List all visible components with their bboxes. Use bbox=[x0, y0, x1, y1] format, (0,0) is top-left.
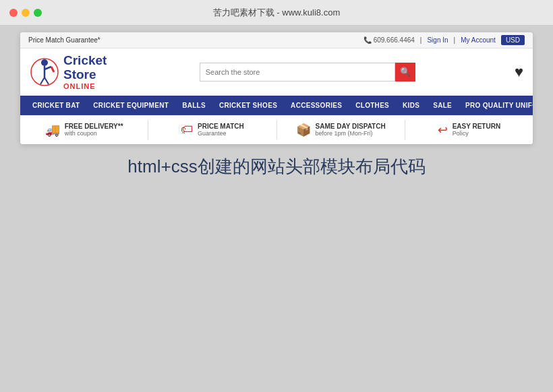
nav-balls[interactable]: BALLS bbox=[175, 96, 212, 115]
svg-line-5 bbox=[45, 77, 49, 84]
return-sub: Policy bbox=[453, 130, 501, 137]
price-match-text: PRICE MATCH Guarantee bbox=[198, 123, 244, 137]
return-text: EASY RETURN Policy bbox=[453, 123, 501, 137]
search-area: 🔍 bbox=[200, 63, 415, 81]
window-title: 苦力吧素材下载 - www.kuli8.com bbox=[213, 7, 341, 19]
main-navbar: CRICKET BAT CRICKET EQUIPMENT BALLS CRIC… bbox=[20, 96, 533, 115]
feature-dispatch: 📦 SAME DAY DISPATCH before 1pm (Mon-Fri) bbox=[277, 120, 405, 140]
dispatch-text: SAME DAY DISPATCH before 1pm (Mon-Fri) bbox=[316, 123, 386, 137]
currency-button[interactable]: USD bbox=[501, 35, 525, 45]
top-bar-right: 📞 609.666.4464 | Sign In | My Account US… bbox=[363, 35, 525, 45]
nav-cricket-bat[interactable]: CRICKET BAT bbox=[26, 96, 86, 115]
return-icon: ↩ bbox=[438, 123, 448, 137]
feature-price-match: 🏷 PRICE MATCH Guarantee bbox=[148, 120, 276, 139]
feature-return: ↩ EASY RETURN Policy bbox=[405, 120, 533, 140]
logo-line2: Store bbox=[63, 68, 107, 82]
maximize-dot[interactable] bbox=[34, 9, 42, 17]
return-title: EASY RETURN bbox=[453, 123, 501, 130]
delivery-title: FREE DELIVERY** bbox=[65, 123, 123, 130]
minimize-dot[interactable] bbox=[22, 9, 30, 17]
logo-text: Cricket Store ONLINE bbox=[63, 54, 107, 90]
top-info-bar: Price Match Guarantee* 📞 609.666.4464 | … bbox=[20, 32, 533, 48]
nav-cricket-equipment[interactable]: CRICKET EQUIPMENT bbox=[86, 96, 175, 115]
dispatch-icon: 📦 bbox=[296, 123, 311, 137]
feature-delivery: 🚚 FREE DELIVERY** with coupon bbox=[20, 120, 148, 140]
myaccount-link[interactable]: My Account bbox=[461, 36, 496, 44]
logo-area: Cricket Store ONLINE bbox=[30, 54, 107, 90]
price-match-label: Price Match Guarantee* bbox=[28, 36, 100, 44]
phone-number: 📞 609.666.4464 bbox=[363, 36, 415, 44]
delivery-sub: with coupon bbox=[65, 130, 123, 137]
signin-link[interactable]: Sign In bbox=[427, 36, 448, 44]
wishlist-icon[interactable]: ♥ bbox=[515, 63, 523, 81]
logo-line3: ONLINE bbox=[63, 82, 107, 90]
close-dot[interactable] bbox=[9, 9, 18, 17]
price-match-sub: Guarantee bbox=[198, 130, 244, 137]
price-match-icon: 🏷 bbox=[181, 123, 193, 137]
window-controls bbox=[9, 9, 42, 17]
description-area: html+css创建的网站头部模块布局代码 bbox=[127, 155, 425, 178]
nav-pro-quality[interactable]: PRO QUALITY UNIFORM bbox=[459, 96, 533, 115]
svg-line-3 bbox=[51, 67, 54, 72]
nav-cricket-shoes[interactable]: CRICKET SHOES bbox=[212, 96, 284, 115]
nav-accessories[interactable]: ACCESSORIES bbox=[284, 96, 349, 115]
logo-icon bbox=[30, 57, 59, 87]
site-header: Cricket Store ONLINE 🔍 ♥ bbox=[20, 48, 533, 96]
separator1: | bbox=[420, 36, 422, 44]
svg-line-4 bbox=[40, 77, 45, 84]
features-bar: 🚚 FREE DELIVERY** with coupon 🏷 PRICE MA… bbox=[20, 115, 533, 144]
dispatch-sub: before 1pm (Mon-Fri) bbox=[316, 130, 386, 137]
svg-line-2 bbox=[45, 67, 51, 69]
price-match-title: PRICE MATCH bbox=[198, 123, 244, 130]
logo-line1: Cricket bbox=[63, 54, 107, 68]
phone-icon: 📞 bbox=[363, 36, 372, 44]
delivery-icon: 🚚 bbox=[45, 123, 60, 137]
separator2: | bbox=[454, 36, 456, 44]
description-text: html+css创建的网站头部模块布局代码 bbox=[127, 155, 425, 178]
nav-sale[interactable]: SALE bbox=[426, 96, 459, 115]
nav-kids[interactable]: KIDS bbox=[396, 96, 426, 115]
titlebar: 苦力吧素材下载 - www.kuli8.com bbox=[0, 0, 553, 26]
search-button[interactable]: 🔍 bbox=[395, 63, 415, 81]
delivery-text: FREE DELIVERY** with coupon bbox=[65, 123, 123, 137]
svg-point-0 bbox=[41, 59, 48, 66]
nav-clothes[interactable]: CLOTHES bbox=[349, 96, 396, 115]
dispatch-title: SAME DAY DISPATCH bbox=[316, 123, 386, 130]
search-input[interactable] bbox=[200, 63, 395, 81]
browser-content: Price Match Guarantee* 📞 609.666.4464 | … bbox=[20, 32, 533, 144]
